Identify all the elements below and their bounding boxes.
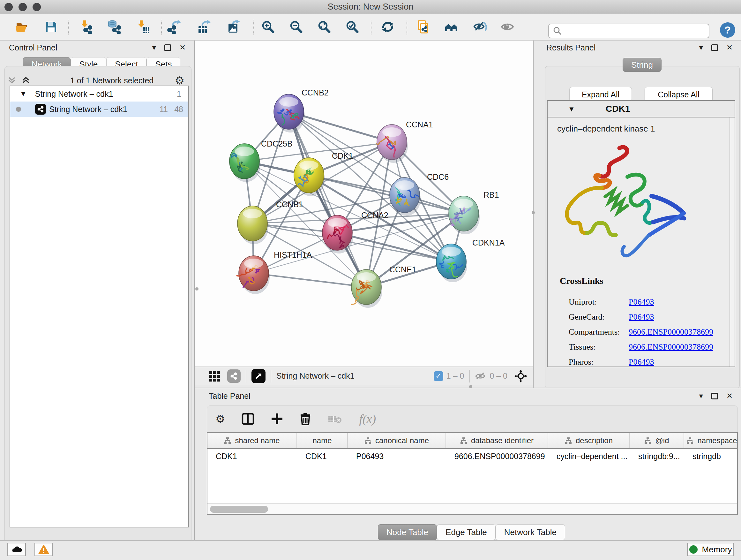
collection-caret-icon[interactable]: ▼ bbox=[20, 90, 27, 98]
column-header-shared-name[interactable]: shared name bbox=[207, 433, 297, 448]
node-label-HIST1H1A: HIST1H1A bbox=[274, 250, 312, 259]
memory-button[interactable]: Memory bbox=[687, 543, 734, 556]
selected-checkbox-icon[interactable]: ✓ bbox=[434, 371, 443, 381]
network-edge-HIST1H1A-CCNE1[interactable] bbox=[254, 273, 366, 287]
horizontal-splitter-handle[interactable] bbox=[469, 385, 472, 388]
tab-edge-table[interactable]: Edge Table bbox=[437, 524, 495, 540]
gene-caret-icon[interactable]: ▼ bbox=[568, 105, 575, 113]
search-icon bbox=[553, 26, 562, 36]
hide-selected-icon[interactable] bbox=[473, 20, 487, 34]
birds-eye-view-icon[interactable] bbox=[209, 370, 221, 382]
zoom-out-icon[interactable] bbox=[289, 20, 303, 34]
panel-menu-icon[interactable]: ▾ bbox=[152, 43, 156, 52]
network-node-CCNA2[interactable] bbox=[322, 215, 353, 253]
table-row[interactable]: CDK1CDK1P064939606.ENSP00000378699cyclin… bbox=[207, 449, 737, 463]
panel-float-icon[interactable] bbox=[711, 44, 718, 51]
network-node-CCNE1[interactable] bbox=[351, 269, 382, 308]
export-table-icon[interactable] bbox=[197, 20, 211, 34]
network-node-CCNA1[interactable] bbox=[377, 125, 408, 163]
crosslink-value-link[interactable]: P06493 bbox=[629, 357, 654, 367]
add-column-icon[interactable] bbox=[271, 413, 283, 425]
network-node-HIST1H1A[interactable] bbox=[237, 256, 270, 294]
collapse-all-icon[interactable] bbox=[8, 76, 18, 85]
column-header-database-identifier[interactable]: database identifier bbox=[446, 433, 548, 448]
network-node-RB1[interactable] bbox=[449, 196, 480, 234]
import-table-file-icon[interactable] bbox=[136, 20, 150, 34]
network-node-CCNB1[interactable] bbox=[238, 206, 268, 244]
network-node-CCNB2[interactable] bbox=[274, 94, 305, 132]
search-box[interactable] bbox=[548, 23, 710, 38]
crosslink-value-link[interactable]: P06493 bbox=[629, 312, 654, 322]
crosslink-value-link[interactable]: 9606.ENSP00000378699 bbox=[629, 342, 713, 352]
column-header-canonical-name[interactable]: canonical name bbox=[348, 433, 446, 448]
expand-all-icon[interactable] bbox=[21, 76, 32, 85]
network-canvas[interactable]: CCNB2CCNA1CDC25BCDK1CDC6RB1CCNB1CCNA2CDK… bbox=[195, 41, 533, 367]
open-in-browser-icon[interactable] bbox=[252, 369, 266, 383]
zoom-selected-icon[interactable] bbox=[345, 20, 359, 34]
tab-node-table[interactable]: Node Table bbox=[378, 524, 437, 540]
gene-header-row[interactable]: ▼ CDK1 bbox=[548, 101, 735, 118]
left-splitter-handle[interactable] bbox=[195, 287, 199, 291]
duplicate-network-icon[interactable] bbox=[416, 20, 430, 34]
panel-float-icon[interactable] bbox=[711, 393, 718, 399]
scrollbar-thumb[interactable] bbox=[210, 506, 268, 513]
zoom-in-icon[interactable] bbox=[261, 20, 275, 34]
panel-close-icon[interactable]: ✕ bbox=[726, 391, 733, 400]
crosslink-value-link[interactable]: 9606.ENSP00000378699 bbox=[629, 327, 713, 337]
column-header-namespace[interactable]: namespace bbox=[684, 433, 738, 448]
delete-column-icon[interactable] bbox=[300, 413, 311, 425]
zoom-fit-icon[interactable] bbox=[317, 20, 331, 34]
fit-content-icon[interactable] bbox=[515, 370, 527, 382]
gene-name: CDK1 bbox=[606, 104, 630, 114]
import-network-database-icon[interactable] bbox=[107, 20, 121, 34]
network-options-gear-icon[interactable]: ⚙ bbox=[175, 74, 185, 87]
network-node-CDK1[interactable] bbox=[294, 158, 325, 196]
first-neighbors-icon[interactable] bbox=[445, 20, 459, 34]
show-columns-icon[interactable] bbox=[242, 413, 254, 425]
crosslink-row: Uniprot:P06493 bbox=[569, 297, 722, 307]
panel-menu-icon[interactable]: ▾ bbox=[699, 391, 703, 400]
save-session-icon[interactable] bbox=[44, 20, 58, 34]
network-collection-row[interactable]: ▼ String Network – cdk1 1 bbox=[10, 86, 188, 102]
tab-network-table[interactable]: Network Table bbox=[495, 524, 565, 540]
right-splitter-handle[interactable] bbox=[532, 211, 535, 214]
column-header-name[interactable]: name bbox=[297, 433, 348, 448]
network-type-icon bbox=[35, 104, 46, 115]
help-icon[interactable]: ? bbox=[720, 22, 735, 38]
cloud-status-button[interactable] bbox=[7, 543, 26, 556]
refresh-icon[interactable] bbox=[381, 20, 395, 34]
network-node-CDKN1A[interactable] bbox=[436, 244, 467, 282]
network-row[interactable]: String Network – cdk1 11 48 bbox=[10, 102, 188, 117]
results-scrollbar[interactable] bbox=[730, 118, 735, 367]
network-node-CDC6[interactable] bbox=[390, 178, 421, 216]
export-network-icon[interactable] bbox=[167, 20, 181, 34]
show-all-icon[interactable] bbox=[500, 20, 515, 34]
minimize-window-button[interactable] bbox=[18, 3, 27, 11]
network-edge-CCNB2-CCNE1[interactable] bbox=[289, 112, 366, 287]
import-network-file-icon[interactable] bbox=[79, 20, 93, 34]
panel-menu-icon[interactable]: ▾ bbox=[699, 43, 703, 52]
close-window-button[interactable] bbox=[4, 3, 13, 11]
warnings-button[interactable] bbox=[35, 543, 53, 556]
collapse-all-button[interactable]: Collapse All bbox=[645, 87, 713, 102]
column-header--id[interactable]: @id bbox=[630, 433, 684, 448]
panel-close-icon[interactable]: ✕ bbox=[179, 43, 186, 52]
expand-all-button[interactable]: Expand All bbox=[569, 87, 632, 102]
table-options-gear-icon[interactable]: ⚙ bbox=[215, 413, 225, 425]
column-header-description[interactable]: description bbox=[548, 433, 630, 448]
tab-string[interactable]: String bbox=[623, 58, 662, 72]
current-network-name: String Network – cdk1 bbox=[276, 371, 354, 381]
crosslink-value-link[interactable]: P06493 bbox=[629, 297, 654, 307]
toolbar-separator bbox=[371, 20, 372, 35]
open-session-icon[interactable] bbox=[15, 20, 29, 34]
table-horizontal-scrollbar[interactable] bbox=[207, 503, 737, 514]
panel-close-icon[interactable]: ✕ bbox=[726, 43, 733, 52]
zoom-window-button[interactable] bbox=[32, 3, 41, 11]
panel-float-icon[interactable] bbox=[164, 44, 171, 51]
network-node-CDC25B[interactable] bbox=[229, 144, 260, 182]
control-panel: Control Panel ▾ ✕ Network Style Select S… bbox=[0, 41, 195, 540]
hidden-eye-icon bbox=[475, 372, 486, 381]
network-overview-icon[interactable] bbox=[227, 369, 241, 383]
search-input[interactable] bbox=[562, 26, 699, 36]
export-image-icon[interactable] bbox=[226, 20, 241, 34]
